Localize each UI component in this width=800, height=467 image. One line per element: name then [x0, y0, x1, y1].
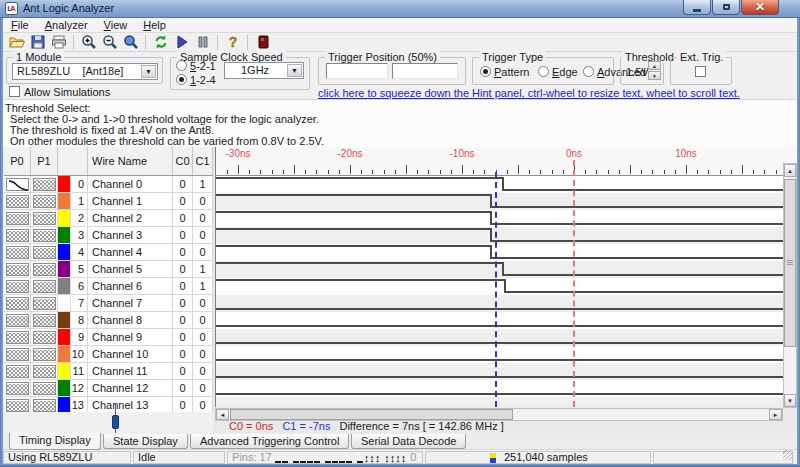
p1-pattern-cell[interactable]	[31, 193, 58, 210]
stop-button[interactable]	[252, 33, 273, 51]
p0-pattern-cell[interactable]	[4, 329, 31, 346]
slider-thumb[interactable]	[112, 415, 119, 429]
channel-color-swatch[interactable]	[58, 363, 71, 380]
p1-pattern-cell[interactable]	[31, 278, 58, 295]
p0-pattern-cell[interactable]	[4, 227, 31, 244]
clock-speed-radio-521[interactable]	[176, 60, 187, 71]
save-button[interactable]	[27, 33, 48, 51]
p0-pattern-cell[interactable]	[4, 295, 31, 312]
hint-panel-link[interactable]: click here to squeeze down the Hint pane…	[318, 87, 740, 99]
trigger-position-field-1[interactable]	[326, 63, 388, 79]
wire-name[interactable]: Channel 4	[88, 244, 173, 261]
p0-pattern-cell[interactable]	[4, 244, 31, 261]
p1-pattern-cell[interactable]	[31, 295, 58, 312]
refresh-button[interactable]	[150, 33, 171, 51]
ext-trig-checkbox[interactable]	[695, 66, 706, 77]
wire-name[interactable]: Channel 0	[88, 176, 173, 193]
p0-pattern-cell[interactable]	[4, 176, 31, 193]
scroll-left-button[interactable]: ◄	[216, 409, 229, 420]
channel-color-swatch[interactable]	[58, 295, 71, 312]
wire-name[interactable]: Channel 3	[88, 227, 173, 244]
zoom-slider[interactable]	[4, 412, 213, 433]
allow-simulations-checkbox[interactable]	[9, 86, 20, 97]
horizontal-scroll-thumb[interactable]	[230, 409, 513, 420]
wire-name[interactable]: Channel 11	[88, 363, 173, 380]
p1-pattern-cell[interactable]	[31, 210, 58, 227]
channel-color-swatch[interactable]	[58, 312, 71, 329]
pause-button[interactable]	[192, 33, 213, 51]
channel-color-swatch[interactable]	[58, 380, 71, 397]
tab-serial-data-decode[interactable]: Serial Data Decode	[351, 434, 466, 449]
threshold-down-button[interactable]: ▼	[648, 71, 661, 80]
p1-pattern-cell[interactable]	[31, 346, 58, 363]
channel-color-swatch[interactable]	[58, 193, 71, 210]
channel-color-swatch[interactable]	[58, 227, 71, 244]
p0-pattern-cell[interactable]	[4, 397, 31, 412]
p0-pattern-cell[interactable]	[4, 346, 31, 363]
wire-name[interactable]: Channel 13	[88, 397, 173, 412]
waveform-area[interactable]	[215, 176, 783, 407]
p0-pattern-cell[interactable]	[4, 210, 31, 227]
threshold-up-button[interactable]: ▲	[648, 61, 661, 70]
p1-pattern-cell[interactable]	[31, 244, 58, 261]
scroll-up-button[interactable]: ▲	[784, 164, 796, 177]
trigger-advanced-radio[interactable]	[583, 66, 594, 77]
p1-pattern-cell[interactable]	[31, 363, 58, 380]
wire-name[interactable]: Channel 9	[88, 329, 173, 346]
open-button[interactable]	[6, 33, 27, 51]
zoom-in-button[interactable]	[78, 33, 99, 51]
p1-pattern-cell[interactable]	[31, 329, 58, 346]
module-select[interactable]: RL589ZLU [Ant18e] ▼	[12, 63, 158, 80]
p0-pattern-cell[interactable]	[4, 363, 31, 380]
clock-rate-select[interactable]: 1GHz ▼	[224, 62, 304, 79]
p0-pattern-cell[interactable]	[4, 261, 31, 278]
tab-state-display[interactable]: State Display	[103, 434, 188, 449]
menu-analyzer[interactable]: Analyzer	[37, 18, 96, 33]
minimize-button[interactable]	[683, 0, 711, 15]
channel-color-swatch[interactable]	[58, 329, 71, 346]
run-button[interactable]	[171, 33, 192, 51]
trigger-position-field-2[interactable]	[392, 63, 458, 79]
channel-color-swatch[interactable]	[58, 278, 71, 295]
menu-file[interactable]: File	[3, 18, 37, 33]
p1-pattern-cell[interactable]	[31, 380, 58, 397]
zoom-button[interactable]	[120, 33, 141, 51]
wire-name[interactable]: Channel 7	[88, 295, 173, 312]
p1-pattern-cell[interactable]	[31, 176, 58, 193]
channel-color-swatch[interactable]	[58, 210, 71, 227]
p0-pattern-cell[interactable]	[4, 278, 31, 295]
menu-view[interactable]: View	[96, 18, 136, 33]
trigger-pattern-radio[interactable]	[480, 66, 491, 77]
wire-name[interactable]: Channel 8	[88, 312, 173, 329]
menu-help[interactable]: Help	[135, 18, 174, 33]
time-ruler[interactable]: -30ns-20ns-10ns0ns10ns	[215, 147, 797, 176]
channel-color-swatch[interactable]	[58, 346, 71, 363]
wire-name[interactable]: Channel 1	[88, 193, 173, 210]
wire-name[interactable]: Channel 6	[88, 278, 173, 295]
channel-color-swatch[interactable]	[58, 176, 71, 193]
p1-pattern-cell[interactable]	[31, 261, 58, 278]
channel-color-swatch[interactable]	[58, 244, 71, 261]
maximize-button[interactable]	[712, 0, 740, 15]
wire-name[interactable]: Channel 12	[88, 380, 173, 397]
p0-pattern-cell[interactable]	[4, 380, 31, 397]
p1-pattern-cell[interactable]	[31, 312, 58, 329]
clock-speed-radio-124[interactable]	[176, 74, 187, 85]
close-button[interactable]: ✕	[741, 0, 779, 15]
p1-pattern-cell[interactable]	[31, 227, 58, 244]
vertical-scroll-thumb[interactable]	[784, 179, 796, 347]
chevron-down-icon[interactable]: ▼	[141, 65, 156, 78]
vertical-scrollbar[interactable]: ▲ ▼	[783, 163, 797, 408]
scroll-down-button[interactable]: ▼	[784, 394, 796, 407]
resize-grip[interactable]	[783, 450, 793, 460]
channel-color-swatch[interactable]	[58, 261, 71, 278]
help-button[interactable]: ?	[222, 33, 243, 51]
tab-advanced-triggering-control[interactable]: Advanced Triggering Control	[190, 434, 349, 449]
chevron-down-icon[interactable]: ▼	[287, 64, 302, 77]
title-bar[interactable]: LA Ant Logic Analyzer ✕	[0, 0, 800, 18]
channel-color-swatch[interactable]	[58, 397, 71, 412]
scroll-right-button[interactable]: ►	[769, 409, 782, 420]
wire-name[interactable]: Channel 10	[88, 346, 173, 363]
wire-name[interactable]: Channel 2	[88, 210, 173, 227]
p0-pattern-cell[interactable]	[4, 193, 31, 210]
